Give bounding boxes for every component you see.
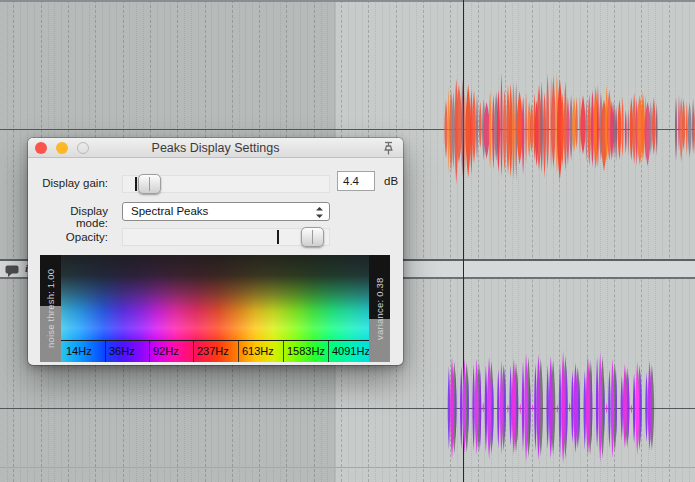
gridline bbox=[518, 0, 519, 482]
gridline bbox=[484, 0, 485, 482]
gridline bbox=[505, 0, 506, 482]
close-button[interactable] bbox=[35, 142, 47, 154]
gridline bbox=[525, 0, 526, 482]
playhead[interactable] bbox=[463, 0, 464, 482]
gridline bbox=[587, 0, 588, 482]
gridline bbox=[600, 0, 601, 482]
opacity-tick bbox=[277, 230, 279, 244]
gradient-dark-fade bbox=[61, 255, 369, 340]
chevron-up-down-icon bbox=[315, 206, 324, 224]
audio-editor-screen: i Peaks Display Settings Display gain: bbox=[0, 0, 695, 482]
gridline bbox=[546, 0, 547, 482]
zoom-button-disabled bbox=[77, 142, 89, 154]
gridline bbox=[498, 0, 499, 482]
gridline bbox=[13, 0, 14, 482]
gridline bbox=[430, 0, 431, 482]
comment-bubble-icon[interactable] bbox=[5, 263, 20, 281]
freq-label: 14Hz bbox=[66, 345, 92, 357]
variance-strip[interactable]: variance: 0.38 bbox=[369, 255, 390, 362]
gridline bbox=[689, 0, 690, 482]
display-mode-label: Display mode: bbox=[36, 205, 108, 229]
minimize-button[interactable] bbox=[56, 142, 68, 154]
gridline bbox=[628, 0, 629, 482]
gridline bbox=[20, 0, 21, 482]
freq-label: 613Hz bbox=[242, 345, 274, 357]
freq-tick bbox=[149, 341, 150, 362]
display-gain-thumb[interactable] bbox=[138, 174, 161, 194]
top-edge-strip bbox=[0, 0, 695, 2]
gridline bbox=[621, 0, 622, 482]
freq-label: 4091Hz bbox=[332, 345, 370, 357]
gridline bbox=[539, 0, 540, 482]
gridline bbox=[675, 0, 676, 482]
gridline bbox=[478, 0, 479, 482]
gridline bbox=[594, 0, 595, 482]
gridline bbox=[450, 0, 451, 482]
gridline bbox=[7, 0, 8, 482]
gain-unit-label: dB bbox=[384, 175, 398, 187]
freq-tick bbox=[193, 341, 194, 362]
display-gain-value-field[interactable] bbox=[337, 171, 375, 191]
display-mode-value: Spectral Peaks bbox=[131, 205, 208, 217]
gridline bbox=[437, 0, 438, 482]
freq-label: 237Hz bbox=[197, 345, 229, 357]
gain-zero-tick bbox=[135, 177, 137, 191]
display-gain-slider[interactable] bbox=[122, 175, 330, 193]
frequency-axis-band: 14Hz36Hz92Hz237Hz613Hz1583Hz4091Hz bbox=[61, 340, 369, 362]
noise-threshold-value: noise thresh: 1.00 bbox=[40, 255, 61, 362]
gridline bbox=[641, 0, 642, 482]
gridline bbox=[559, 0, 560, 482]
gridline bbox=[682, 0, 683, 482]
freq-tick bbox=[105, 341, 106, 362]
gridline bbox=[648, 0, 649, 482]
gridline bbox=[655, 0, 656, 482]
peaks-display-settings-window: Peaks Display Settings Display gain: dB … bbox=[28, 138, 403, 365]
variance-value: variance: 0.38 bbox=[369, 255, 390, 362]
gridline bbox=[573, 0, 574, 482]
freq-label: 92Hz bbox=[153, 345, 179, 357]
gridline bbox=[553, 0, 554, 482]
gridline bbox=[532, 0, 533, 482]
opacity-label: Opacity: bbox=[36, 231, 108, 243]
track2-bottom-line bbox=[0, 467, 695, 468]
freq-tick bbox=[328, 341, 329, 362]
gridline bbox=[443, 0, 444, 482]
opacity-slider[interactable] bbox=[122, 228, 330, 246]
gridline bbox=[607, 0, 608, 482]
freq-label: 36Hz bbox=[109, 345, 135, 357]
gridline bbox=[512, 0, 513, 482]
spectrum-gradient: 14Hz36Hz92Hz237Hz613Hz1583Hz4091Hz bbox=[61, 255, 369, 362]
gridline bbox=[662, 0, 663, 482]
gridline bbox=[635, 0, 636, 482]
titlebar[interactable]: Peaks Display Settings bbox=[28, 138, 403, 158]
display-mode-select[interactable]: Spectral Peaks bbox=[122, 202, 330, 221]
track1-zero-line bbox=[0, 129, 695, 130]
gridline bbox=[614, 0, 615, 482]
display-gain-label: Display gain: bbox=[36, 177, 108, 189]
pushpin-icon[interactable] bbox=[380, 140, 397, 157]
noise-threshold-strip[interactable]: noise thresh: 1.00 bbox=[40, 255, 61, 362]
opacity-thumb[interactable] bbox=[301, 227, 324, 247]
freq-tick bbox=[238, 341, 239, 362]
gridline bbox=[566, 0, 567, 482]
gridline bbox=[423, 0, 424, 482]
freq-label: 1583Hz bbox=[287, 345, 325, 357]
gridline bbox=[669, 0, 670, 482]
gridline bbox=[580, 0, 581, 482]
gridline bbox=[464, 0, 465, 482]
gridline bbox=[491, 0, 492, 482]
gridline bbox=[457, 0, 458, 482]
gridline bbox=[409, 0, 410, 482]
gridline bbox=[416, 0, 417, 482]
track2-zero-line bbox=[0, 408, 695, 409]
freq-tick bbox=[283, 341, 284, 362]
gridline bbox=[471, 0, 472, 482]
spectrum-preview-panel: noise thresh: 1.00 14Hz36Hz92Hz237Hz613H… bbox=[40, 255, 390, 362]
